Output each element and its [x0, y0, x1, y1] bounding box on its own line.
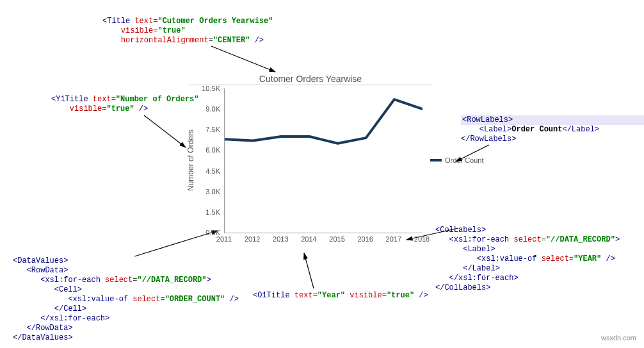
snippet-title: <Title text="Cutomer Orders Yearwise" vi…	[102, 17, 273, 46]
snippet-collabels: <ColLabels> <xsl:for-each select="//DATA…	[435, 226, 620, 293]
snippet-y1title: <Y1Title text="Number of Orders" visible…	[51, 95, 198, 114]
y-tick: 6.0K	[205, 146, 220, 154]
svg-line-4	[304, 253, 314, 288]
x-tick: 2015	[329, 235, 344, 243]
y-axis-label: Number of Orders	[186, 129, 195, 191]
snippet-rowlabels: <RowLabels> <Label>Order Count</Label> <…	[461, 115, 644, 144]
x-tick: 2012	[245, 235, 260, 243]
snippet-o1title: <O1Title text="Year" visible="true" />	[253, 291, 428, 301]
legend-label: Order Count	[445, 156, 484, 164]
snippet-datavalues: <DataValues> <RowData> <xsl:for-each sel…	[13, 256, 239, 343]
svg-line-1	[144, 115, 186, 147]
x-tick: 2016	[357, 235, 373, 243]
y-tick: 1.5K	[205, 208, 220, 216]
x-tick: 2017	[386, 235, 401, 243]
y-tick: 9.0K	[205, 105, 220, 113]
watermark: wsxdn.com	[601, 334, 636, 342]
y-tick: 10.5K	[202, 85, 220, 92]
legend-swatch	[430, 159, 442, 162]
legend: Order Count	[430, 156, 484, 164]
y-tick: 4.5K	[205, 167, 220, 175]
x-tick: 2018	[414, 235, 430, 243]
plot-area	[224, 88, 423, 233]
x-tick: 2013	[273, 235, 288, 243]
x-tick: 2011	[216, 235, 232, 243]
chart-title: Cutomer Orders Yearwise	[189, 74, 432, 84]
y-tick: 7.5K	[205, 126, 220, 133]
x-tick: 2014	[301, 235, 316, 243]
y-tick: 3.0K	[205, 188, 220, 195]
svg-line-0	[211, 46, 275, 72]
